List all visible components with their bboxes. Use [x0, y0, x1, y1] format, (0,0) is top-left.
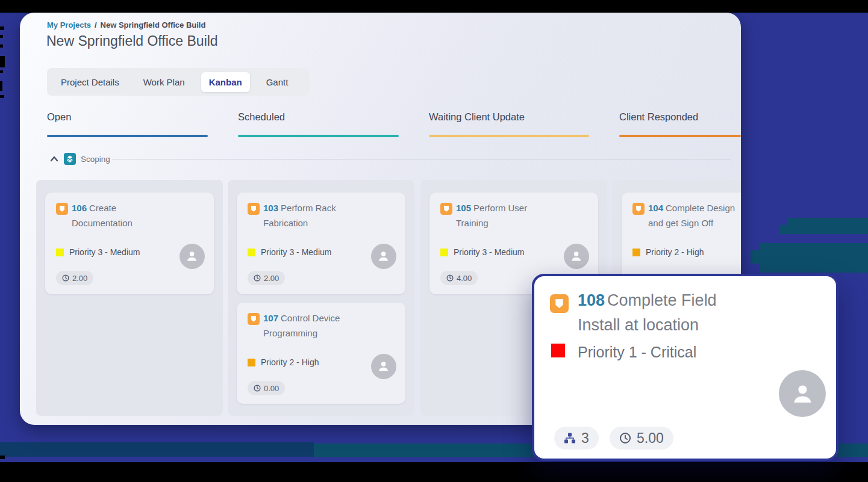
column-header-open: Open	[47, 111, 71, 123]
hours-badge: 5.00	[610, 427, 673, 450]
clock-icon	[619, 432, 631, 444]
priority-label: Priority 1 - Critical	[578, 344, 696, 361]
priority-color-swatch	[248, 359, 255, 366]
background-bar	[788, 218, 868, 234]
person-icon	[788, 380, 817, 408]
breadcrumb: My Projects/New Springfield Office Build	[47, 20, 205, 29]
screen-edge-artifact	[0, 95, 4, 98]
column-header-waiting-client-update: Waiting Client Update	[429, 111, 525, 123]
breadcrumb-link-my-projects[interactable]: My Projects	[47, 20, 91, 29]
task-title: 104Complete Design and get Sign Off	[648, 200, 741, 230]
task-card-104[interactable]: 104Complete Design and get Sign Off Prio…	[622, 193, 741, 286]
priority-label: Priority 2 - High	[261, 357, 319, 367]
priority-color-swatch	[56, 249, 64, 256]
task-icon	[550, 294, 569, 313]
task-number: 106	[72, 203, 87, 213]
assignee-avatar	[371, 354, 396, 379]
assignee-avatar	[564, 244, 589, 269]
screen-edge-artifact	[0, 456, 5, 459]
task-number: 108	[578, 291, 605, 309]
task-title: 106Create Documentation	[72, 200, 173, 230]
hours-value: 2.00	[264, 274, 279, 283]
tab-work-plan[interactable]: Work Plan	[136, 72, 193, 92]
background-bar	[751, 250, 761, 264]
assignee-avatar	[180, 244, 205, 269]
hours-value: 0.00	[264, 384, 279, 393]
group-label: Scoping	[81, 155, 110, 164]
task-number: 104	[648, 203, 663, 213]
group-badge	[64, 153, 76, 165]
hours-badge: 2.00	[56, 271, 93, 285]
column-header-client-responded: Client Responded	[619, 111, 698, 123]
screen-edge-artifact	[0, 81, 2, 91]
hours-badge: 4.00	[440, 271, 478, 285]
column-underline-responded	[619, 135, 741, 137]
background-bar	[0, 442, 314, 457]
tab-kanban[interactable]: Kanban	[201, 72, 250, 92]
task-title: 103Perform Rack Fabrication	[263, 200, 364, 230]
priority-label: Priority 3 - Medium	[69, 247, 140, 257]
task-number: 103	[263, 203, 278, 213]
tab-project-details[interactable]: Project Details	[53, 72, 127, 92]
person-icon	[376, 249, 391, 264]
task-card-103[interactable]: 103Perform Rack Fabrication Priority 3 -…	[237, 193, 405, 294]
person-icon	[569, 249, 584, 264]
priority-color-swatch	[248, 249, 255, 256]
priority-label: Priority 3 - Medium	[261, 247, 331, 257]
subtasks-count: 3	[581, 430, 589, 446]
priority-label: Priority 2 - High	[646, 247, 704, 257]
person-icon	[184, 249, 199, 264]
hours-value: 5.00	[637, 430, 664, 446]
collapse-chevron-icon[interactable]	[50, 155, 58, 162]
priority-color-swatch	[551, 344, 565, 357]
subtasks-icon	[564, 432, 576, 444]
background-bar	[779, 225, 789, 234]
screen-edge-artifact	[0, 45, 3, 48]
task-icon	[632, 203, 645, 215]
task-card-107[interactable]: 107Control Device Programming Priority 2…	[237, 303, 405, 404]
person-icon	[376, 359, 391, 374]
clock-icon	[254, 385, 261, 392]
layers-icon	[66, 155, 74, 163]
task-number: 107	[263, 313, 278, 323]
column-underline-scheduled	[238, 135, 399, 137]
task-title: 107Control Device Programming	[263, 311, 364, 341]
background-bar	[760, 243, 868, 273]
breadcrumb-current: New Springfield Office Build	[101, 20, 206, 29]
task-icon	[440, 203, 452, 215]
group-divider	[112, 159, 731, 159]
screen-edge-artifact	[0, 35, 3, 38]
screen-edge-artifact	[0, 70, 3, 73]
task-card-106[interactable]: 106Create Documentation Priority 3 - Med…	[45, 193, 214, 294]
subtasks-badge: 3	[554, 427, 599, 450]
task-icon	[56, 203, 68, 215]
task-title: 105Perform User Training	[456, 200, 557, 230]
assignee-avatar	[371, 244, 396, 269]
clock-icon	[254, 274, 261, 282]
task-card-108-zoomed[interactable]: 108Complete Field Install at location Pr…	[532, 274, 838, 461]
task-icon	[248, 203, 260, 215]
screen-edge-artifact	[0, 26, 4, 30]
hours-badge: 0.00	[248, 381, 285, 395]
tab-gantt[interactable]: Gantt	[258, 72, 296, 92]
hours-value: 4.00	[457, 274, 472, 283]
view-tabs: Project Details Work Plan Kanban Gantt	[47, 68, 310, 96]
clock-icon	[446, 274, 454, 282]
clock-icon	[62, 274, 69, 282]
priority-color-swatch	[440, 249, 448, 256]
column-underline-open	[47, 135, 208, 137]
priority-label: Priority 3 - Medium	[454, 247, 524, 257]
task-icon	[248, 313, 260, 325]
column-underline-waiting	[429, 135, 589, 137]
breadcrumb-separator: /	[95, 20, 97, 29]
task-title: 108Complete Field Install at location	[578, 288, 758, 338]
column-header-scheduled: Scheduled	[238, 111, 285, 123]
page-title: New Springfield Office Build	[46, 33, 218, 49]
screen-edge-artifact	[0, 56, 5, 67]
priority-color-swatch	[632, 249, 640, 256]
task-number: 105	[456, 203, 471, 213]
hours-value: 2.00	[72, 274, 87, 283]
hours-badge: 2.00	[248, 271, 285, 285]
assignee-avatar	[779, 370, 826, 417]
